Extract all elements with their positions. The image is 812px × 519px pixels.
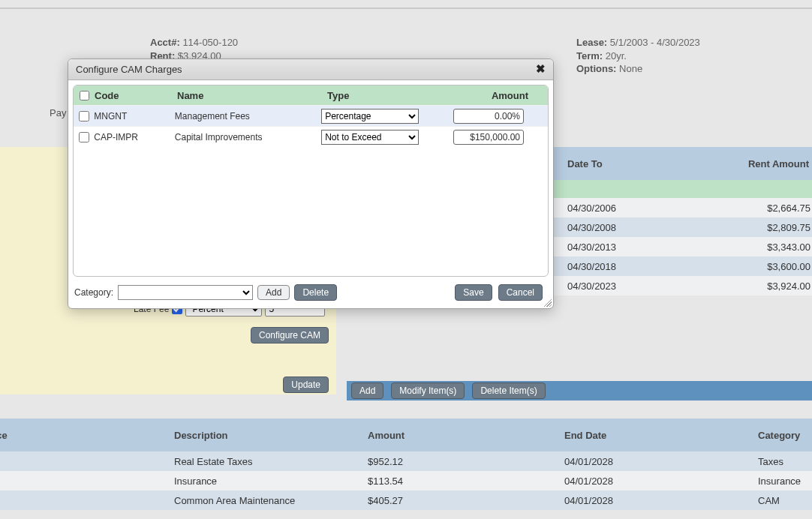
row-name: Capital Improvements xyxy=(175,132,321,142)
rent-date: 04/30/2023 xyxy=(567,280,616,292)
charges-header: rrence Description Amount End Date Categ… xyxy=(0,418,812,452)
row-name: Management Fees xyxy=(175,111,321,122)
lease-info: Lease: 5/1/2003 - 4/30/2023 Term: 20yr. … xyxy=(576,36,700,76)
charge-description: Real Estate Taxes xyxy=(174,456,362,467)
col-amount: Amount xyxy=(368,430,473,441)
dialog-titlebar[interactable]: Configure CAM Charges ✖ xyxy=(68,59,553,80)
update-button[interactable]: Update xyxy=(283,376,329,393)
close-icon[interactable]: ✖ xyxy=(534,62,547,76)
col-recurrence: rrence xyxy=(0,430,68,441)
term-value: 20yr. xyxy=(606,50,627,62)
row-checkbox[interactable] xyxy=(79,132,89,142)
rent-col-amount: Rent Amount xyxy=(748,158,809,170)
resize-grip-icon[interactable] xyxy=(543,298,552,307)
charge-category: CAM xyxy=(758,495,812,506)
row-amount-input[interactable]: $150,000.00 xyxy=(453,130,524,145)
charge-recurrence: thly xyxy=(0,495,68,506)
charge-row[interactable]: thly Common Area Maintenance $405.27 04/… xyxy=(0,490,812,510)
configure-cam-button[interactable]: Configure CAM xyxy=(251,327,329,344)
dialog-cancel-button[interactable]: Cancel xyxy=(498,284,543,301)
charge-recurrence: thly xyxy=(0,476,68,487)
dialog-delete-button[interactable]: Delete xyxy=(294,284,337,301)
charge-row[interactable]: thly Real Estate Taxes $952.12 04/01/202… xyxy=(0,452,812,471)
cam-row[interactable]: MNGNT Management Fees Percentage 0.00% xyxy=(74,105,548,126)
charge-category: Taxes xyxy=(758,456,812,467)
cam-row[interactable]: CAP-IMPR Capital Improvements Not to Exc… xyxy=(74,126,548,147)
charge-amount: $405.27 xyxy=(368,495,473,506)
acct-label: Acct#: xyxy=(150,37,180,48)
row-type-select[interactable]: Percentage xyxy=(321,109,419,124)
col-code: Code xyxy=(95,90,177,101)
charge-recurrence: thly xyxy=(0,456,68,467)
add-rent-button[interactable]: Add xyxy=(351,382,383,399)
col-amount: Amount xyxy=(462,90,548,101)
charge-amount: $113.54 xyxy=(368,476,473,487)
options-label: Options: xyxy=(576,63,616,74)
row-type-select[interactable]: Not to Exceed xyxy=(321,130,419,145)
col-type: Type xyxy=(327,90,462,101)
charge-enddate: 04/01/2028 xyxy=(564,456,669,467)
cam-grid-header: Code Name Type Amount xyxy=(74,86,548,105)
rent-action-bar: Add Modify Item(s) Delete Item(s) xyxy=(347,381,812,400)
charge-enddate: 04/01/2028 xyxy=(564,495,669,506)
charge-category: Insurance xyxy=(758,476,812,487)
rent-amount: $3,924.00 xyxy=(767,280,810,292)
category-label: Category: xyxy=(74,287,113,298)
options-value: None xyxy=(619,63,642,74)
charge-row[interactable]: thly Insurance $113.54 04/01/2028 Insura… xyxy=(0,471,812,490)
delete-rent-button[interactable]: Delete Item(s) xyxy=(472,382,545,399)
charge-description: Insurance xyxy=(174,476,362,487)
dialog-add-button[interactable]: Add xyxy=(257,285,290,300)
col-category: Category xyxy=(758,430,812,441)
modify-rent-button[interactable]: Modify Item(s) xyxy=(391,382,465,399)
col-description: Description xyxy=(174,430,362,441)
charges-table: rrence Description Amount End Date Categ… xyxy=(0,418,812,510)
category-select[interactable] xyxy=(118,285,253,300)
col-name: Name xyxy=(177,90,327,101)
row-checkbox[interactable] xyxy=(79,111,89,122)
lease-value: 5/1/2003 - 4/30/2023 xyxy=(610,37,700,48)
rent-amount: $2,664.75 xyxy=(767,202,810,214)
dialog-save-button[interactable]: Save xyxy=(455,284,492,301)
acct-value: 114-050-120 xyxy=(182,37,238,48)
cam-grid: Code Name Type Amount MNGNT Management F… xyxy=(73,85,549,277)
dialog-title: Configure CAM Charges xyxy=(76,64,182,75)
rent-amount: $2,809.75 xyxy=(767,222,810,233)
lease-label: Lease: xyxy=(576,37,607,48)
rent-date: 04/30/2008 xyxy=(567,222,616,233)
charge-amount: $952.12 xyxy=(368,456,473,467)
select-all-checkbox[interactable] xyxy=(80,91,89,100)
configure-cam-dialog: Configure CAM Charges ✖ Code Name Type A… xyxy=(68,58,554,309)
rent-amount: $3,343.00 xyxy=(767,242,810,253)
row-code: CAP-IMPR xyxy=(94,132,174,142)
rent-date: 04/30/2006 xyxy=(567,202,616,214)
dialog-footer: Category: Add Delete Save Cancel xyxy=(68,281,553,308)
rent-date: 04/30/2018 xyxy=(567,261,616,272)
charge-description: Common Area Maintenance xyxy=(174,495,362,506)
rent-amount: $3,600.00 xyxy=(767,261,810,272)
term-label: Term: xyxy=(576,50,603,62)
pay-fragment: Pay xyxy=(50,107,66,118)
rent-date: 04/30/2013 xyxy=(567,242,616,253)
rent-col-date: Date To xyxy=(567,158,603,170)
top-divider xyxy=(0,8,812,9)
col-enddate: End Date xyxy=(564,430,669,441)
charge-enddate: 04/01/2028 xyxy=(564,476,669,487)
row-code: MNGNT xyxy=(94,111,174,122)
row-amount-input[interactable]: 0.00% xyxy=(453,109,524,124)
